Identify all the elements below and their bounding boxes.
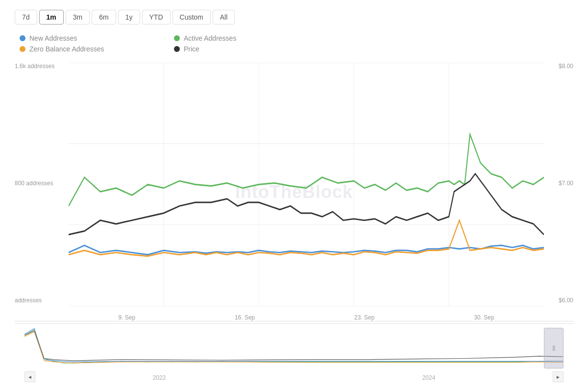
main-container: 7d1m3m6m1yYTDCustomAll New Addresses Act… xyxy=(0,0,588,392)
time-btn-1y[interactable]: 1y xyxy=(118,10,140,24)
legend-label: Active Addresses xyxy=(184,34,236,42)
chart-legend: New Addresses Active Addresses Zero Bala… xyxy=(15,34,309,53)
x-axis: 9. Sep16. Sep23. Sep30. Sep xyxy=(69,314,544,321)
scrollbar-handle[interactable]: ⦀ xyxy=(544,328,564,368)
time-btn-ytd[interactable]: YTD xyxy=(142,10,171,24)
grip-icon: ⦀ xyxy=(552,344,556,353)
main-chart-svg xyxy=(69,63,544,306)
legend-label: Zero Balance Addresses xyxy=(29,45,104,53)
mini-svg-container xyxy=(24,324,564,370)
y-axis-right-label: $7.00 xyxy=(559,180,573,187)
legend-item-active-addresses: Active Addresses xyxy=(174,34,309,42)
legend-item-zero-balance-addresses: Zero Balance Addresses xyxy=(20,45,154,53)
legend-label: Price xyxy=(184,45,199,53)
time-btn-6m[interactable]: 6m xyxy=(92,10,116,24)
legend-dot xyxy=(20,46,25,52)
y-axis-left: 1.6k addresses800 addressesaddresses xyxy=(15,63,54,306)
active-addresses-line xyxy=(69,134,544,206)
mini-chart: ⦀ 20222024 ◄ ► xyxy=(15,323,573,382)
scroll-arrows: ◄ ► xyxy=(24,371,564,382)
legend-dot xyxy=(174,35,180,41)
scroll-right-button[interactable]: ► xyxy=(553,371,564,382)
legend-dot xyxy=(174,46,180,52)
x-axis-label: 9. Sep xyxy=(118,314,135,321)
legend-label: New Addresses xyxy=(29,34,77,42)
legend-dot xyxy=(20,35,25,41)
time-btn-all[interactable]: All xyxy=(213,10,235,24)
y-axis-left-label: 1.6k addresses xyxy=(15,63,54,70)
mini-zero-line xyxy=(24,332,564,363)
scroll-left-button[interactable]: ◄ xyxy=(24,371,35,382)
time-btn-1m[interactable]: 1m xyxy=(39,10,64,24)
legend-item-price: Price xyxy=(174,45,309,53)
zero-balance-line xyxy=(69,220,544,256)
chart-svg-container xyxy=(69,63,544,306)
time-btn-7d[interactable]: 7d xyxy=(15,10,37,24)
y-axis-left-label: addresses xyxy=(15,297,54,304)
mini-new-line xyxy=(24,328,564,362)
x-axis-label: 16. Sep xyxy=(235,314,255,321)
y-axis-right: $8.00$7.00$6.00 xyxy=(559,63,573,306)
time-btn-3m[interactable]: 3m xyxy=(66,10,90,24)
y-axis-right-label: $8.00 xyxy=(559,63,573,70)
mini-price-line xyxy=(24,331,564,361)
mini-chart-svg xyxy=(24,324,564,370)
time-btn-custom[interactable]: Custom xyxy=(172,10,211,24)
chart-wrapper: 1.6k addresses800 addressesaddresses $8.… xyxy=(15,63,573,382)
legend-item-new-addresses: New Addresses xyxy=(20,34,154,42)
x-axis-label: 30. Sep xyxy=(474,314,494,321)
y-axis-right-label: $6.00 xyxy=(559,297,573,304)
price-line xyxy=(69,174,544,235)
x-axis-label: 23. Sep xyxy=(354,314,374,321)
time-range-selector: 7d1m3m6m1yYTDCustomAll xyxy=(15,10,573,24)
main-chart: 1.6k addresses800 addressesaddresses $8.… xyxy=(15,63,573,321)
y-axis-left-label: 800 addresses xyxy=(15,180,54,187)
